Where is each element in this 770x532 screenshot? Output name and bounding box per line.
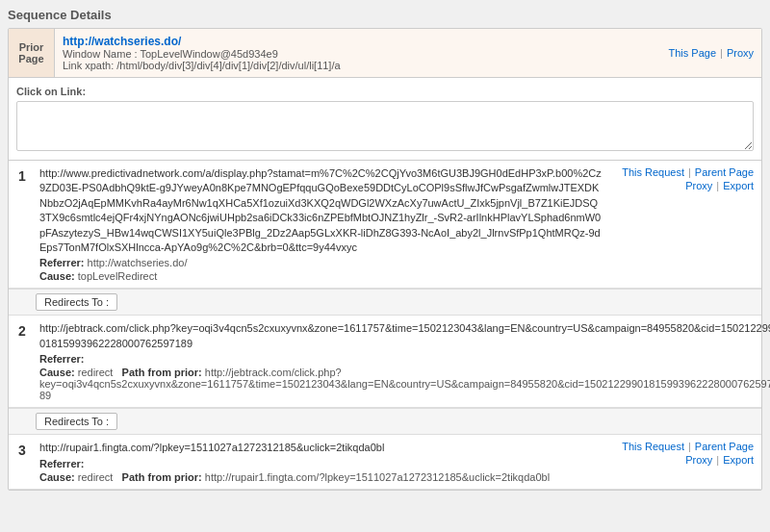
prior-page-url: http://watchseries.do/ xyxy=(63,35,653,48)
numbered-item-1: 1 http://www.predictivadnetwork.com/a/di… xyxy=(9,161,761,289)
prior-page-label: PriorPage xyxy=(9,29,55,77)
item-content-1: http://www.predictivadnetwork.com/a/disp… xyxy=(36,161,607,288)
prior-page-window-name: Window Name : TopLevelWindow@45d934e9 xyxy=(63,48,653,60)
proxy-link-3[interactable]: Proxy xyxy=(685,454,712,466)
main-panel: PriorPage http://watchseries.do/ Window … xyxy=(8,28,762,491)
item-referrer-3: Referrer: xyxy=(39,458,603,469)
item-cause-1: Cause: topLevelRedirect xyxy=(39,270,603,282)
redirects-to-label-2: Redirects To : xyxy=(36,413,117,430)
item-number-3: 3 xyxy=(9,435,36,488)
export-link-1[interactable]: Export xyxy=(723,180,754,191)
proxy-link-1[interactable]: Proxy xyxy=(685,180,712,191)
divider1: | xyxy=(720,47,723,59)
click-link-container: Click on Link: xyxy=(9,78,761,161)
numbered-item-2: 2 http://jebtrack.com/click.php?key=oqi3… xyxy=(9,316,761,408)
click-link-label: Click on Link: xyxy=(16,86,754,97)
proxy-link-prior[interactable]: Proxy xyxy=(727,47,754,59)
redirects-to-label-1: Redirects To : xyxy=(36,293,117,311)
prior-page-xpath: Link xpath: /html/body/div[3]/div[4]/div… xyxy=(63,60,653,71)
item-content-3: http://rupair1.fingta.com/?lpkey=1511027… xyxy=(36,435,607,488)
item-cause-3: Cause: redirect Path from prior: http://… xyxy=(39,471,603,483)
outer-container: Sequence Details PriorPage http://watchs… xyxy=(0,0,770,532)
item-number-2: 2 xyxy=(9,316,36,407)
item-cause-2: Cause: redirect Path from prior: http://… xyxy=(39,367,770,401)
numbered-item-3: 3 http://rupair1.fingta.com/?lpkey=15110… xyxy=(9,435,761,489)
item-actions-3: This Request | Parent Page Proxy | Expor… xyxy=(607,435,761,488)
item-content-2: http://jebtrack.com/click.php?key=oqi3v4… xyxy=(36,316,770,407)
redirects-to-bar-1: Redirects To : xyxy=(9,289,761,316)
item-referrer-2: Referrer: xyxy=(39,353,770,365)
redirects-to-bar-2: Redirects To : xyxy=(9,408,761,435)
item-url-1: http://www.predictivadnetwork.com/a/disp… xyxy=(39,166,603,255)
click-link-textarea[interactable] xyxy=(16,101,754,151)
prior-page-content: http://watchseries.do/ Window Name : Top… xyxy=(55,29,660,77)
item-number-1: 1 xyxy=(9,161,36,288)
prior-page-row: PriorPage http://watchseries.do/ Window … xyxy=(9,29,761,78)
parent-page-link-1[interactable]: Parent Page xyxy=(695,166,754,178)
parent-page-link-3[interactable]: Parent Page xyxy=(695,441,754,452)
item-url-2: http://jebtrack.com/click.php?key=oqi3v4… xyxy=(39,321,770,351)
item-actions-1: This Request | Parent Page Proxy | Expor… xyxy=(607,161,761,288)
prior-page-actions: This Page | Proxy xyxy=(660,29,761,77)
this-page-link[interactable]: This Page xyxy=(668,47,716,59)
item-url-3: http://rupair1.fingta.com/?lpkey=1511027… xyxy=(39,441,603,455)
export-link-3[interactable]: Export xyxy=(723,454,754,466)
this-request-link-3[interactable]: This Request xyxy=(622,441,684,452)
this-request-link-1[interactable]: This Request xyxy=(622,166,684,178)
item-referrer-1: Referrer: http://watchseries.do/ xyxy=(39,257,603,268)
section-title: Sequence Details xyxy=(8,8,762,22)
